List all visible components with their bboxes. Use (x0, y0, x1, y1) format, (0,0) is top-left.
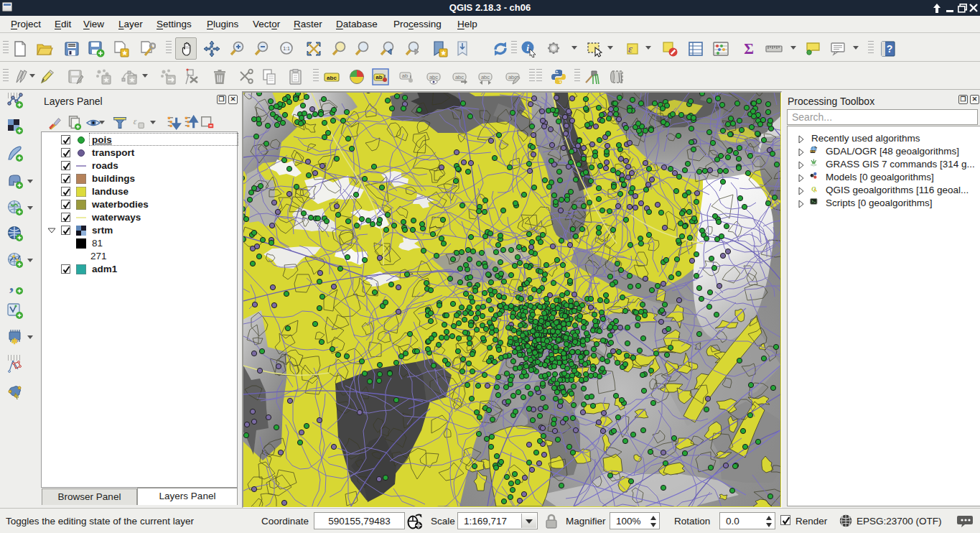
svg-text:ε: ε (134, 116, 137, 126)
svg-text:?: ? (887, 43, 893, 55)
svg-text:ε: ε (628, 43, 633, 55)
svg-text:1:1: 1:1 (283, 46, 290, 51)
svg-text:,: , (9, 278, 14, 294)
svg-text:i: i (526, 42, 529, 53)
svg-text:abc: abc (327, 75, 337, 81)
svg-text:Q: Q (811, 185, 816, 193)
svg-text:ab: ab (402, 73, 408, 79)
svg-text:✱: ✱ (11, 337, 17, 346)
svg-text:ab: ab (375, 74, 382, 80)
svg-text:abc: abc (455, 74, 464, 80)
svg-text:Σ: Σ (744, 40, 754, 57)
svg-text:GDAL: GDAL (810, 150, 816, 153)
svg-text:abc: abc (481, 74, 490, 80)
